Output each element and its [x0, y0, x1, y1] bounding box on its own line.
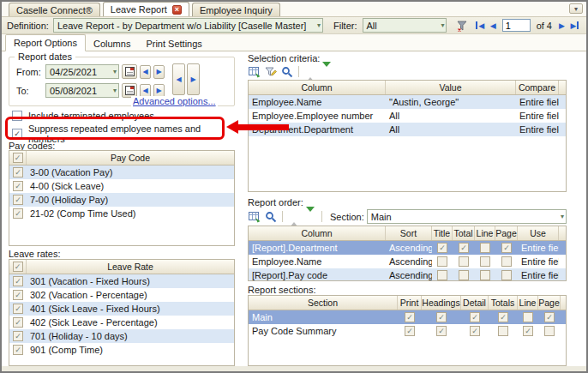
lookup-icon[interactable]: [280, 65, 294, 79]
tab-overflow-button[interactable]: ▾: [569, 3, 583, 14]
move-up-icon[interactable]: [287, 210, 301, 224]
order-row[interactable]: [Report].Pay code Ascending Entire field: [249, 268, 566, 281]
move-down-icon[interactable]: [303, 210, 317, 224]
total-checkbox[interactable]: [459, 256, 469, 267]
sort-header[interactable]: Sort: [386, 226, 432, 240]
print-header[interactable]: Print: [398, 296, 422, 310]
row-checkbox[interactable]: [13, 208, 23, 219]
previous-period-button[interactable]: ◀: [172, 63, 185, 95]
line-checkbox[interactable]: [480, 256, 490, 267]
leave-rate-row[interactable]: 901 (Comp Time): [9, 343, 234, 357]
leave-rate-row[interactable]: 402 (Sick Leave - Percentage): [9, 316, 234, 329]
column-header[interactable]: Column: [249, 81, 386, 94]
leave-rate-row[interactable]: 701 (Holiday - 10 days): [9, 329, 234, 343]
total-checkbox[interactable]: [459, 243, 469, 253]
detail-checkbox[interactable]: [470, 326, 480, 336]
tab-report-options[interactable]: Report Options: [5, 34, 86, 51]
section-row[interactable]: Main: [249, 310, 566, 324]
section-row[interactable]: Pay Code Summary: [249, 324, 566, 338]
print-checkbox[interactable]: [405, 326, 415, 336]
close-tab-icon[interactable]: ×: [172, 5, 182, 15]
row-checkbox[interactable]: [13, 317, 23, 328]
lookup-icon[interactable]: [264, 210, 278, 224]
section-header[interactable]: Section: [249, 296, 398, 310]
line-checkbox[interactable]: [480, 270, 490, 280]
line-header[interactable]: Line: [518, 296, 538, 310]
totals-header[interactable]: Totals: [489, 296, 518, 310]
tab-columns[interactable]: Columns: [86, 36, 138, 51]
column-header[interactable]: Column: [249, 226, 386, 240]
next-period-button[interactable]: ▶: [187, 63, 200, 95]
filter-select[interactable]: All ▾: [363, 18, 447, 33]
clear-filter-icon[interactable]: [455, 19, 468, 33]
edit-grid-icon[interactable]: [248, 65, 261, 79]
page-checkbox[interactable]: [544, 326, 555, 336]
definition-select[interactable]: Leave Report - by Department w/o Liabili…: [53, 18, 323, 33]
pay-codes-select-all-header[interactable]: [9, 151, 27, 165]
first-record-button[interactable]: ◀: [475, 20, 486, 32]
row-checkbox[interactable]: [13, 331, 23, 341]
total-checkbox[interactable]: [459, 270, 469, 280]
last-record-button[interactable]: ▶: [569, 20, 580, 32]
move-up-icon[interactable]: [303, 65, 317, 79]
pay-code-row[interactable]: 7-00 (Holiday Pay): [9, 193, 234, 207]
compare-header[interactable]: Compare: [516, 81, 559, 94]
section-select[interactable]: Main ▾: [367, 209, 567, 224]
page-checkbox[interactable]: [501, 243, 512, 253]
criteria-row[interactable]: Employee.Name "Austin, George" Entire fi…: [249, 95, 566, 109]
select-all-checkbox[interactable]: [13, 262, 23, 272]
page-checkbox[interactable]: [501, 256, 512, 267]
next-record-button[interactable]: ▶: [556, 20, 567, 32]
headings-header[interactable]: Headings: [422, 296, 461, 310]
row-checkbox[interactable]: [13, 167, 23, 177]
row-checkbox[interactable]: [13, 181, 23, 191]
line-header[interactable]: Line: [475, 226, 495, 240]
leave-rate-column-header[interactable]: Leave Rate: [27, 260, 234, 274]
advanced-options-link[interactable]: Advanced options...: [131, 96, 218, 106]
pay-code-row[interactable]: 4-00 (Sick Leave): [9, 179, 234, 193]
page-checkbox[interactable]: [501, 270, 512, 280]
leave-rate-row[interactable]: 302 (Vacation - Percentage): [9, 288, 234, 302]
from-calendar-button[interactable]: [122, 64, 137, 79]
to-date-input[interactable]: 05/08/2021 ▾: [45, 83, 119, 98]
totals-checkbox[interactable]: [498, 312, 508, 322]
title-header[interactable]: Title: [432, 226, 453, 240]
headings-checkbox[interactable]: [436, 312, 447, 322]
page-header[interactable]: Page: [495, 226, 518, 240]
from-next-day-button[interactable]: ▶: [153, 65, 165, 79]
row-checkbox[interactable]: [13, 290, 23, 300]
pay-code-row[interactable]: 3-00 (Vacation Pay): [9, 165, 234, 179]
select-all-checkbox[interactable]: [13, 153, 23, 163]
print-checkbox[interactable]: [405, 312, 415, 322]
order-row[interactable]: Employee.Name Ascending Entire field: [249, 255, 566, 268]
criteria-row[interactable]: Employee.Employee number All Entire fiel…: [249, 109, 566, 123]
total-header[interactable]: Total: [453, 226, 475, 240]
leave-rate-row[interactable]: 301 (Vacation - Fixed Hours): [9, 274, 234, 288]
order-row[interactable]: [Report].Department Ascending▾ Entire fi…: [249, 241, 566, 255]
title-checkbox[interactable]: [437, 270, 447, 280]
from-date-input[interactable]: 04/25/2021 ▾: [45, 64, 119, 79]
detail-header[interactable]: Detail: [461, 296, 489, 310]
move-down-icon[interactable]: [320, 65, 333, 79]
tab-print-settings[interactable]: Print Settings: [138, 36, 209, 51]
title-checkbox[interactable]: [437, 243, 447, 253]
detail-checkbox[interactable]: [470, 312, 480, 322]
line-checkbox[interactable]: [523, 326, 533, 336]
page-header[interactable]: Page: [538, 296, 561, 310]
tab-caselle-connect[interactable]: Caselle Connect®: [9, 3, 100, 16]
criteria-row[interactable]: Department.Department All Entire field: [249, 123, 566, 136]
pay-code-row[interactable]: 21-02 (Comp Time Used): [9, 207, 234, 220]
edit-grid-icon[interactable]: [248, 210, 261, 224]
tab-employee-inquiry[interactable]: Employee Inquiry: [192, 3, 280, 16]
leave-rates-select-all-header[interactable]: [9, 260, 27, 274]
row-checkbox[interactable]: [13, 195, 23, 205]
tab-leave-report[interactable]: Leave Report ×: [103, 2, 189, 16]
use-header[interactable]: Use: [518, 226, 559, 240]
totals-checkbox[interactable]: [498, 326, 508, 336]
pay-code-column-header[interactable]: Pay Code: [27, 151, 234, 165]
edit-filter-icon[interactable]: [264, 65, 278, 79]
page-input[interactable]: [502, 19, 531, 32]
from-previous-day-button[interactable]: ◀: [140, 65, 151, 79]
page-checkbox[interactable]: [544, 312, 555, 322]
previous-record-button[interactable]: ◀: [488, 20, 499, 32]
